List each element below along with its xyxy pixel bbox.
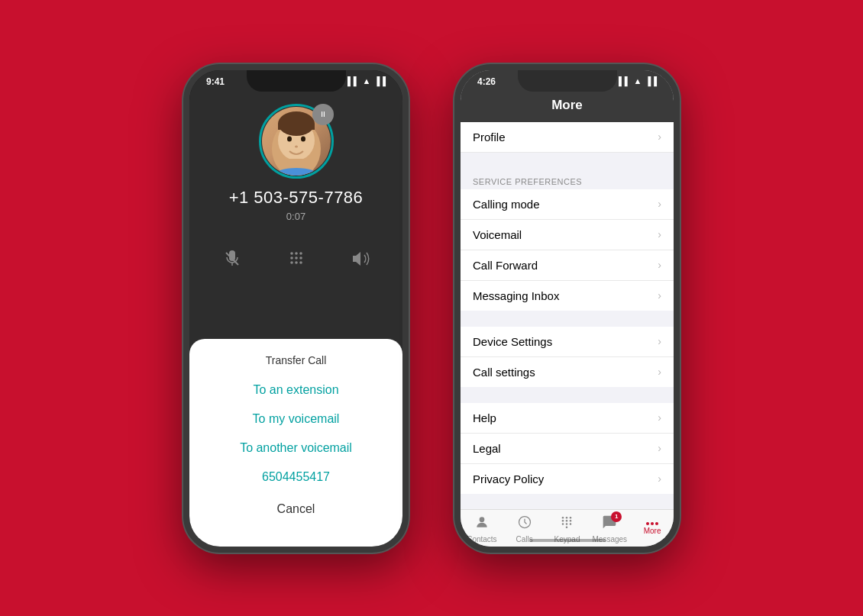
- signal-icon: ▌▌: [347, 76, 360, 85]
- svg-point-23: [562, 516, 564, 518]
- speaker-icon: [350, 250, 371, 268]
- spacer-4: [461, 495, 674, 509]
- svg-point-6: [301, 136, 305, 141]
- contacts-icon: [474, 514, 490, 534]
- call-timer: 0:07: [286, 211, 305, 222]
- wifi-icon: ▲: [363, 76, 371, 85]
- svg-point-29: [562, 523, 564, 525]
- status-icons-more: ▌▌ ▲ ▐▐: [619, 76, 657, 85]
- home-indicator: [258, 539, 335, 542]
- caller-number: +1 503-575-7786: [229, 188, 364, 208]
- menu-item-privacy[interactable]: Privacy Policy ›: [461, 464, 674, 494]
- device-settings-label: Device Settings: [473, 335, 552, 348]
- chevron-profile: ›: [658, 131, 661, 143]
- svg-point-7: [295, 145, 298, 147]
- spacer-3: [461, 388, 674, 403]
- calls-icon: [517, 514, 532, 534]
- contact-avatar-container: ⏸: [262, 107, 331, 176]
- messages-icon: 1: [602, 514, 617, 534]
- menu-item-help[interactable]: Help ›: [461, 403, 674, 434]
- battery-icon: ▐▐: [373, 76, 386, 85]
- menu-item-profile[interactable]: Profile ›: [461, 122, 674, 153]
- svg-point-32: [566, 526, 568, 528]
- keypad-button[interactable]: [281, 243, 312, 274]
- svg-point-5: [287, 136, 292, 141]
- more-tab-label: More: [644, 527, 661, 535]
- svg-point-25: [570, 516, 572, 518]
- more-content: Profile › SERVICE PREFERENCES Calling mo…: [461, 122, 674, 509]
- contacts-tab-label: Contacts: [467, 535, 496, 543]
- more-screen: 4:26 ▌▌ ▲ ▐▐ More Profile › SERVICE PREF…: [461, 70, 674, 547]
- chevron-call-forward: ›: [658, 259, 661, 271]
- phone-frame-more: 4:26 ▌▌ ▲ ▐▐ More Profile › SERVICE PREF…: [454, 64, 680, 553]
- menu-item-messaging-inbox[interactable]: Messaging Inbox ›: [461, 281, 674, 311]
- transfer-extension[interactable]: To an extension: [189, 376, 402, 405]
- signal-icon-more: ▌▌: [619, 76, 631, 85]
- call-settings-label: Call settings: [473, 366, 535, 379]
- chevron-calling-mode: ›: [658, 198, 661, 210]
- transfer-phone-number[interactable]: 6504455417: [189, 463, 402, 492]
- keypad-tab-icon: [559, 514, 574, 534]
- tab-contacts[interactable]: Contacts: [461, 514, 503, 543]
- svg-point-13: [295, 252, 298, 255]
- svg-point-31: [570, 523, 572, 525]
- chevron-legal: ›: [658, 442, 661, 454]
- notch: [247, 70, 346, 92]
- mute-icon: [223, 250, 241, 268]
- calling-mode-label: Calling mode: [473, 198, 540, 211]
- mute-button[interactable]: [217, 243, 247, 274]
- menu-item-calling-mode[interactable]: Calling mode ›: [461, 189, 674, 220]
- svg-point-16: [295, 256, 298, 260]
- svg-point-19: [295, 261, 298, 264]
- chevron-help: ›: [658, 411, 661, 424]
- messages-badge: 1: [611, 511, 622, 522]
- keypad-icon: [287, 250, 305, 268]
- help-label: Help: [473, 411, 496, 424]
- more-page-title: More: [473, 98, 661, 113]
- menu-item-call-forward[interactable]: Call Forward ›: [461, 250, 674, 281]
- svg-point-18: [290, 261, 293, 264]
- call-forward-label: Call Forward: [473, 259, 538, 272]
- voicemail-label: Voicemail: [473, 228, 522, 241]
- speaker-button[interactable]: [345, 243, 376, 274]
- transfer-panel: Transfer Call To an extension To my voic…: [189, 339, 402, 547]
- battery-icon-more: ▐▐: [645, 76, 657, 85]
- menu-item-voicemail[interactable]: Voicemail ›: [461, 220, 674, 250]
- chevron-messaging-inbox: ›: [658, 289, 661, 302]
- chevron-call-settings: ›: [658, 366, 661, 378]
- svg-rect-3: [278, 124, 286, 130]
- svg-point-12: [290, 252, 293, 255]
- pause-button[interactable]: ⏸: [312, 104, 334, 125]
- messaging-inbox-label: Messaging Inbox: [473, 289, 559, 302]
- privacy-label: Privacy Policy: [473, 472, 544, 485]
- tab-more[interactable]: More: [631, 522, 674, 535]
- device-section: Device Settings › Call settings ›: [461, 327, 674, 387]
- chevron-device-settings: ›: [658, 335, 661, 347]
- pause-icon: ⏸: [319, 110, 327, 118]
- legal-label: Legal: [473, 442, 501, 455]
- chevron-privacy: ›: [658, 472, 661, 485]
- chevron-voicemail: ›: [658, 228, 661, 240]
- call-top-area: ⏸ +1 503-575-7786 0:07: [189, 70, 402, 339]
- menu-item-legal[interactable]: Legal ›: [461, 434, 674, 464]
- status-time-call: 9:41: [206, 76, 225, 87]
- svg-point-26: [562, 520, 564, 522]
- call-screen: 9:41 ▌▌ ▲ ▐▐: [189, 70, 402, 547]
- spacer-2: [461, 311, 674, 327]
- spacer-1: [461, 153, 674, 168]
- svg-point-14: [299, 252, 302, 255]
- transfer-voicemail[interactable]: To my voicemail: [189, 405, 402, 434]
- cancel-button[interactable]: Cancel: [189, 495, 402, 524]
- menu-item-call-settings[interactable]: Call settings ›: [461, 357, 674, 387]
- svg-rect-4: [307, 124, 315, 130]
- phone-frame-call: 9:41 ▌▌ ▲ ▐▐: [183, 64, 409, 553]
- menu-item-device-settings[interactable]: Device Settings ›: [461, 327, 674, 357]
- svg-point-21: [480, 517, 485, 522]
- home-indicator-more: [529, 539, 606, 542]
- service-preferences-section: Calling mode › Voicemail › Call Forward …: [461, 189, 674, 311]
- section-service-label: SERVICE PREFERENCES: [461, 168, 674, 189]
- svg-point-20: [299, 261, 302, 264]
- transfer-another-voicemail[interactable]: To another voicemail: [189, 434, 402, 463]
- status-icons-call: ▌▌ ▲ ▐▐: [347, 76, 386, 85]
- call-controls: [217, 243, 376, 274]
